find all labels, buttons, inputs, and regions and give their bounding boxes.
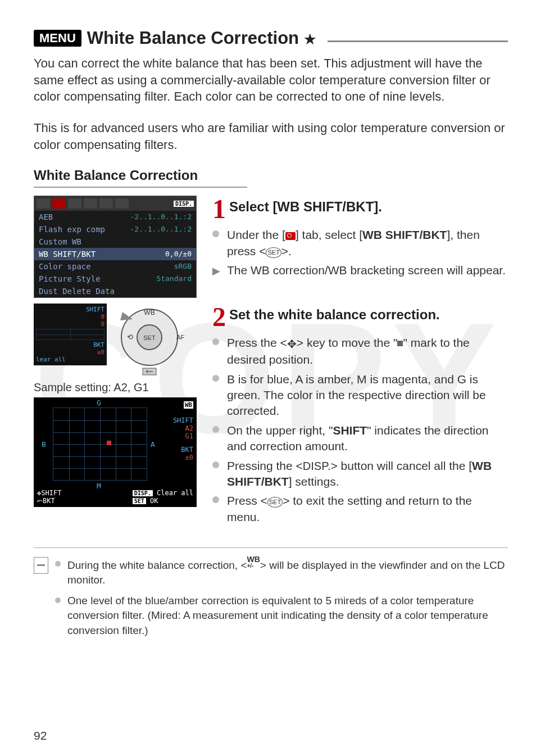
bkt-label: BKT (93, 341, 105, 348)
title-text: White Balance Correction (87, 28, 299, 48)
cam-tab (68, 198, 81, 209)
intro-p1: You can correct the white balance that h… (34, 55, 508, 105)
note-1: During the white balance correction, <WB… (55, 557, 508, 588)
square-marker-icon (397, 341, 403, 346)
bkt-hint: BKT (43, 497, 55, 505)
star-icon: ★ (304, 31, 316, 47)
cam-row: Color spacesRGB (34, 260, 196, 273)
cam-row: Flash exp comp-2..1..0..1.:2 (34, 223, 196, 236)
disp-badge: DISP. (133, 490, 153, 496)
step2-bullet-2: B is for blue, A is amber, M is magenta,… (212, 372, 508, 419)
axis-g: G (97, 399, 101, 407)
note-2: One level of the blue/amber correction i… (55, 594, 508, 639)
cam-tab-selected (52, 198, 66, 209)
multi-controller-icon: SET WB AF ⟲ (110, 304, 189, 377)
section-heading: White Balance Correction (34, 168, 247, 188)
step2-title: Set the white balance correction. (229, 307, 440, 323)
bkt-value: ±0 (185, 454, 193, 461)
sample-setting-label: Sample setting: A2, G1 (34, 381, 202, 394)
shift-g1: G1 (185, 432, 193, 440)
axis-a: A (151, 440, 155, 449)
wb-compensation-icon: WB+/- (247, 557, 260, 568)
cam-row: AEB-2..1..0..1.:2 (34, 211, 196, 223)
set-icon: SET (266, 247, 281, 258)
page-title-row: MENU White Balance Correction ★ (34, 28, 508, 48)
wb-position-marker (107, 441, 111, 445)
cam-tab (84, 198, 97, 209)
small-wb-screen: SHIFT00 BKT±0 lear all (34, 304, 107, 365)
wb-correction-screen: G B A M WB SHIFT A2 G1 BKT ±0 ✥SHIFT ⤺B (34, 397, 197, 507)
svg-text:⟲: ⟲ (127, 333, 133, 341)
step2-bullet-3: On the upper right, "SHIFT" indicates th… (212, 423, 508, 455)
set-icon: SET (267, 497, 283, 508)
shift-a2: A2 (185, 424, 193, 432)
camera-tab-icon (285, 232, 296, 240)
cam-tab (37, 198, 50, 209)
step2-bullet-5: Press <SET> to exit the setting and retu… (212, 493, 508, 525)
disp-text: DISP. (303, 460, 331, 472)
cross-key-icon: ✥ (287, 338, 297, 350)
step2-bullet-1: Press the <✥> key to move the "" mark to… (212, 335, 508, 368)
axis-b: B (42, 440, 46, 449)
disp-badge: DISP. (174, 201, 194, 207)
step1-bullet-2: ▶ The WB correction/WB bracketing screen… (212, 262, 508, 278)
set-badge: SET (133, 498, 146, 504)
page-title: White Balance Correction ★ (87, 28, 316, 48)
cam-row: Custom WB (34, 236, 196, 248)
dial-illustration: SHIFT00 BKT±0 lear all SET WB AF ⟲ (34, 304, 202, 377)
wb-icon: WB (184, 401, 193, 409)
notes-icon (34, 557, 48, 574)
title-divider (328, 40, 508, 42)
cam-row: Picture StyleStandard (34, 273, 196, 285)
bkt-readout-label: BKT (181, 446, 193, 454)
svg-text:WB: WB (144, 309, 155, 316)
shift-readout-label: SHIFT (173, 417, 193, 424)
page-number: 92 (34, 729, 47, 743)
shift-hint: SHIFT (41, 489, 61, 497)
clear-label: lear all (36, 356, 66, 363)
cam-tab (99, 198, 113, 209)
clear-all-label: Clear all (157, 489, 193, 497)
shift-label: SHIFT (86, 306, 105, 313)
svg-text:SET: SET (143, 334, 156, 341)
menu-badge: MENU (34, 30, 81, 47)
intro-p2: This is for advanced users who are famil… (34, 120, 508, 153)
step1-bullet-1: Under the [] tab, select [WB SHIFT/BKT],… (212, 227, 508, 259)
step-number-2: 2 (212, 304, 226, 331)
step2-bullet-4: Pressing the <DISP.> button will cancel … (212, 458, 508, 490)
cam-row: Dust Delete Data (34, 285, 196, 297)
cam-tab (115, 198, 129, 209)
notes-section: During the white balance correction, <WB… (34, 547, 508, 644)
step-number-1: 1 (212, 196, 226, 223)
cam-row-selected: WB SHIFT/BKT0,0/±0 (34, 248, 196, 260)
camera-menu-screenshot: DISP. AEB-2..1..0..1.:2 Flash exp comp-2… (34, 196, 197, 298)
svg-text:AF: AF (176, 334, 184, 341)
ok-label: OK (150, 497, 158, 505)
step1-title: Select [WB SHIFT/BKT]. (229, 199, 382, 215)
